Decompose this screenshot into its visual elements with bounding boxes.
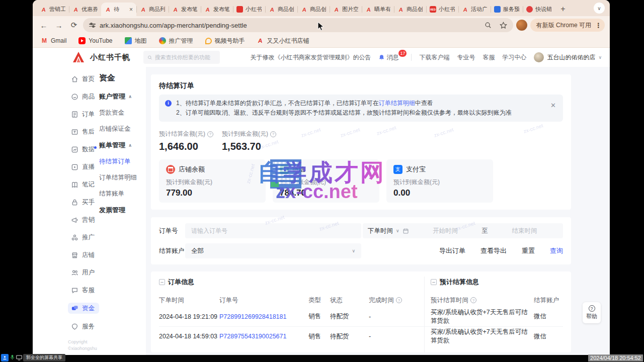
xhs-favicon — [365, 6, 372, 13]
help-tooltip-icon[interactable]: ? — [470, 297, 476, 303]
sidebar-rail: 首页 商品 订单 售后 数据 直播 笔记 买手 营销 推广 店铺 用户 客服 资… — [68, 67, 99, 355]
xhs-favicon — [269, 6, 275, 13]
reload-button[interactable]: ⟳ — [68, 19, 80, 31]
screen-share-widget[interactable]: 郭全全的屏幕共享 — [1, 353, 65, 361]
browser-tab[interactable]: 小红书 — [426, 3, 458, 16]
sidebar-item-goods[interactable]: 商品 — [68, 92, 99, 102]
notice-close-icon[interactable]: ✕ — [550, 101, 556, 110]
sidebar-item-notes[interactable]: 笔记 — [68, 179, 99, 190]
submenu-item-pending-settle[interactable]: 待结算订单 — [99, 157, 146, 166]
bookmark-maps[interactable]: 地图 — [125, 37, 147, 45]
forward-button[interactable]: → — [53, 19, 65, 31]
bookmark-xhs-shop[interactable]: 又又小红书店铺 — [257, 37, 309, 45]
reset-button[interactable]: 重置 — [522, 246, 535, 255]
sidebar-item-service-chat[interactable]: 客服 — [68, 285, 99, 295]
browser-tab[interactable]: 小红书 — [233, 3, 265, 16]
browser-tab-active[interactable]: 待× — [101, 3, 136, 16]
submenu-item-goods-funds[interactable]: 货款资金 — [99, 109, 146, 117]
sidebar-item-users[interactable]: 用户 — [68, 267, 99, 278]
browser-tab[interactable]: 商品创 — [265, 3, 297, 16]
submenu-item-settle-bill[interactable]: 结算账单 — [99, 190, 146, 198]
messages[interactable]: 消息 17 — [378, 53, 404, 62]
sidebar-item-orders[interactable]: 订单 — [68, 109, 99, 119]
submenu-group-bills[interactable]: 账单管理∧ — [99, 141, 146, 150]
browser-menu-icon[interactable]: ⋮ — [595, 22, 602, 29]
shop-balance-amount: 779.00 — [166, 188, 259, 198]
bookmark-youtube[interactable]: YouTube — [78, 37, 112, 44]
help-tooltip-icon[interactable]: ? — [396, 297, 402, 303]
bookmark-gmail[interactable]: Gmail — [41, 37, 66, 44]
status-badge: 待配货 — [330, 332, 369, 341]
search-icon[interactable] — [485, 22, 492, 29]
submenu-item-deposit[interactable]: 店铺保证金 — [99, 125, 146, 133]
youtube-icon — [78, 37, 86, 44]
sidebar-item-promotion[interactable]: 推广 — [68, 232, 99, 242]
collapse-icon[interactable]: − — [431, 279, 437, 285]
announcement-link[interactable]: 关于修改《小红书商家发货管理规则》的公告 — [250, 53, 371, 62]
order-number-link[interactable]: P728991269928418181 — [219, 313, 308, 320]
shop-icon — [71, 251, 78, 259]
tab-search-chevron-icon[interactable]: ∨ — [594, 3, 605, 14]
query-button[interactable]: 查询 — [550, 246, 563, 255]
sidebar-item-live[interactable]: 直播 — [68, 162, 99, 172]
browser-tab[interactable]: 发布笔 — [201, 3, 233, 16]
browser-tab[interactable]: 快说销 — [523, 3, 555, 16]
bookmarks-bar: Gmail YouTube 地图 推广管理 视频号助手 又又小红书店铺 — [33, 34, 610, 48]
browser-tab[interactable]: 服务预 — [491, 3, 523, 16]
browser-tab[interactable]: 营销工 — [37, 3, 69, 16]
address-bar[interactable]: ark.xiaohongshu.com/app-merchant/pending… — [83, 18, 513, 32]
channels-icon — [205, 38, 212, 44]
export-orders-button[interactable]: 导出订单 — [439, 246, 465, 255]
order-number-link[interactable]: P728975543190025671 — [219, 333, 308, 340]
bookmark-star-icon[interactable] — [500, 22, 507, 29]
sidebar-item-buyer[interactable]: 买手 — [68, 197, 99, 207]
sidebar-item-service[interactable]: 服务 — [68, 321, 99, 331]
account-select[interactable]: 全部 ∨ — [185, 243, 361, 258]
submenu-group-account[interactable]: 账户管理∧ — [99, 92, 146, 101]
help-button[interactable]: ? 帮助 — [583, 302, 601, 323]
browser-tab[interactable]: 活动广 — [458, 3, 491, 16]
bookmark-promo-manage[interactable]: 推广管理 — [159, 37, 193, 45]
profile-avatar[interactable] — [516, 20, 527, 31]
browser-tab[interactable]: 商品创 — [394, 3, 426, 16]
new-tab-button[interactable]: + — [557, 3, 569, 15]
browser-tab[interactable]: 晒单有 — [362, 3, 394, 16]
help-tooltip-icon[interactable]: ? — [207, 131, 213, 137]
sidebar-item-shop[interactable]: 店铺 — [68, 250, 99, 260]
nav-learning-center[interactable]: 学习中心 — [502, 53, 526, 62]
back-button[interactable]: ← — [38, 19, 50, 31]
browser-tab[interactable]: 优惠券 — [69, 3, 101, 16]
sidebar-item-home[interactable]: 首页 — [68, 74, 99, 84]
submenu-item-settle-detail[interactable]: 订单结算明细 — [99, 173, 146, 182]
site-settings-icon[interactable] — [89, 24, 96, 27]
view-exports-button[interactable]: 查看导出 — [480, 246, 507, 255]
function-search[interactable] — [143, 51, 220, 64]
sidebar-item-aftersale[interactable]: 售后 — [68, 127, 99, 137]
help-tooltip-icon[interactable]: ? — [270, 131, 276, 137]
tab-close-icon[interactable]: × — [129, 7, 133, 13]
table-row: 2024-04-18 19:21:09 P728991269928418181 … — [159, 307, 563, 326]
end-time-placeholder[interactable]: 结束时间 — [491, 227, 558, 235]
chrome-update-chip[interactable]: 有新版 Chrome 可用 ⋮ — [530, 19, 605, 32]
chevron-down-icon: ∨ — [352, 248, 355, 253]
sidebar-item-funds[interactable]: 资金 — [68, 303, 99, 314]
browser-tab[interactable]: 商品列 — [136, 3, 169, 16]
table-header: 下单时间 订单号 类型 状态 完成时间? 预计结算时间? 结算账户 — [159, 294, 563, 307]
bookmark-channels-helper[interactable]: 视频号助手 — [205, 37, 245, 45]
nav-customer-service[interactable]: 客服 — [482, 53, 495, 62]
blue-app-favicon — [494, 6, 501, 13]
time-type-select[interactable]: 下单时间 — [368, 227, 393, 235]
store-switcher[interactable]: 五台山的佑佑的店 ∨ — [534, 52, 602, 62]
sidebar-item-data[interactable]: 数据 — [68, 144, 99, 154]
browser-tab[interactable]: 发布笔 — [169, 3, 201, 16]
settle-detail-link[interactable]: 订单结算明细 — [379, 100, 415, 107]
nav-download-client[interactable]: 下载客户端 — [419, 53, 449, 62]
browser-tab[interactable]: 图片空 — [330, 3, 362, 16]
collapse-icon[interactable]: − — [159, 279, 165, 285]
sidebar-item-marketing[interactable]: 营销 — [68, 215, 99, 225]
url-text[interactable]: ark.xiaohongshu.com/app-merchant/pending… — [100, 22, 247, 29]
browser-tab[interactable]: 商品创 — [297, 3, 330, 16]
nav-pro-account[interactable]: 专业号 — [457, 53, 475, 62]
function-search-input[interactable] — [155, 54, 216, 60]
submenu-group-invoice[interactable]: 发票管理 — [99, 206, 146, 215]
